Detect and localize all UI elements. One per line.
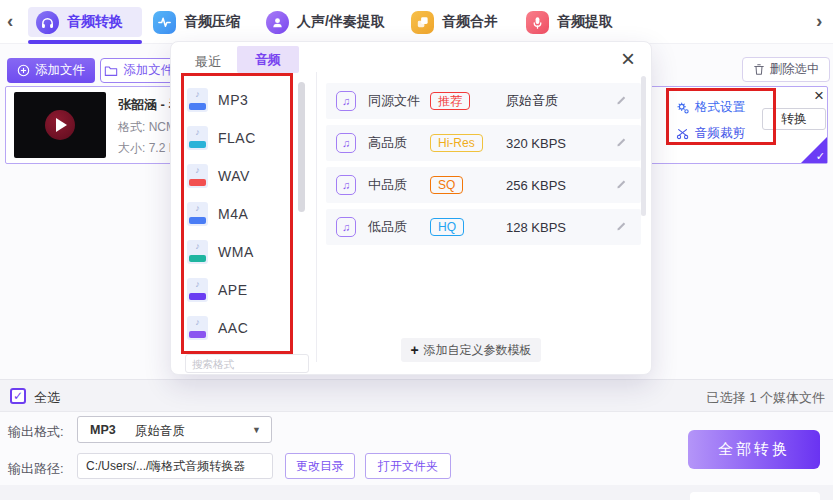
add-file-button[interactable]: 添加文件 <box>7 58 95 83</box>
tab-label: 音频压缩 <box>184 13 240 31</box>
trash-icon <box>753 63 765 76</box>
active-tab-underline <box>28 40 142 44</box>
back-chevron-icon[interactable]: ‹ <box>7 10 13 32</box>
merge-icon <box>411 11 434 34</box>
selection-bar: ✓ 全选 已选择 1 个媒体文件 <box>0 379 833 412</box>
top-tab-bar: ‹ 音频转换 音频压缩 人声/伴奏提取 音频合并 音频提取 › <box>0 0 833 44</box>
edit-pencil-icon[interactable] <box>615 135 628 148</box>
music-note-icon: ♫ <box>336 217 356 237</box>
output-format-codec: MP3 <box>90 423 116 437</box>
file-format-icon: ♪ <box>187 202 208 226</box>
format-item-aac[interactable]: ♪ AAC <box>187 310 287 346</box>
forward-chevron-icon[interactable]: › <box>816 10 822 32</box>
music-note-icon: ♫ <box>336 91 356 111</box>
plus-circle-icon <box>17 64 30 77</box>
format-label: AAC <box>218 320 248 336</box>
file-format-icon: ♪ <box>187 278 208 302</box>
tab-audio-merge[interactable]: 音频合并 <box>411 7 498 37</box>
output-format-quality: 原始音质 <box>135 423 185 440</box>
file-format-icon: ♪ <box>187 240 208 264</box>
play-button[interactable] <box>45 110 75 140</box>
waveform-icon <box>153 11 176 34</box>
convert-button[interactable]: 转换 <box>762 108 826 130</box>
delete-selected-button[interactable]: 删除选中 <box>742 57 830 82</box>
open-folder-button[interactable]: 打开文件夹 <box>365 453 451 479</box>
tab-audio-convert[interactable]: 音频转换 <box>28 7 142 37</box>
check-icon: ✓ <box>816 150 825 163</box>
convert-all-button[interactable]: 全部转换 <box>688 430 820 469</box>
modal-tab-recent[interactable]: 最近 <box>195 53 221 71</box>
format-search-input[interactable] <box>185 354 309 373</box>
format-label: MP3 <box>218 92 248 108</box>
gear-icon <box>676 101 690 115</box>
tab-audio-compress[interactable]: 音频压缩 <box>153 7 240 37</box>
tab-label: 音频合并 <box>442 13 498 31</box>
microphone-icon <box>526 11 549 34</box>
quality-value: 128 KBPS <box>506 220 566 235</box>
hires-badge: Hi-Res <box>430 134 483 152</box>
file-format-icon: ♪ <box>187 126 208 150</box>
media-thumbnail <box>14 92 106 158</box>
format-picker-modal: 最近 音频 × ♪ MP3 ♪ FLAC ♪ WAV ♪ M4A ♪ WMA ♪… <box>170 41 652 375</box>
file-format-icon: ♪ <box>187 164 208 188</box>
add-file-label: 添加文件 <box>35 62 85 79</box>
add-template-label: 添加自定义参数模板 <box>424 342 532 359</box>
output-path-label: 输出路径: <box>8 460 64 478</box>
sq-badge: SQ <box>430 176 463 194</box>
output-format-dropdown[interactable]: MP3 原始音质 ▼ <box>77 416 272 443</box>
format-item-mp3[interactable]: ♪ MP3 <box>187 82 287 118</box>
format-settings-label: 格式设置 <box>695 99 745 116</box>
footer-panel-edge <box>690 492 820 500</box>
remove-file-icon[interactable]: × <box>814 87 824 105</box>
recommend-badge: 推荐 <box>430 92 470 110</box>
tab-vocal-extract[interactable]: 人声/伴奏提取 <box>266 7 385 37</box>
tab-label: 人声/伴奏提取 <box>297 13 385 31</box>
quality-row-low[interactable]: ♫ 低品质 HQ 128 KBPS <box>326 209 641 245</box>
headphones-icon <box>36 11 59 34</box>
quality-name: 同源文件 <box>368 92 430 110</box>
edit-pencil-icon[interactable] <box>615 219 628 232</box>
modal-divider <box>316 72 317 362</box>
select-all-label: 全选 <box>34 389 60 407</box>
chevron-down-icon: ▼ <box>252 425 261 435</box>
folder-icon <box>104 65 118 77</box>
quality-row-source[interactable]: ♫ 同源文件 推荐 原始音质 <box>326 83 641 119</box>
change-directory-button[interactable]: 更改目录 <box>285 453 355 479</box>
format-item-m4a[interactable]: ♪ M4A <box>187 196 287 232</box>
footer-strip <box>0 485 833 500</box>
vocal-icon <box>266 11 289 34</box>
quality-row-medium[interactable]: ♫ 中品质 SQ 256 KBPS <box>326 167 641 203</box>
select-all-checkbox[interactable]: ✓ <box>10 388 26 404</box>
quality-row-high[interactable]: ♫ 高品质 Hi-Res 320 KBPS <box>326 125 641 161</box>
edit-pencil-icon[interactable] <box>615 177 628 190</box>
edit-pencil-icon[interactable] <box>615 93 628 106</box>
tab-audio-extract[interactable]: 音频提取 <box>526 7 613 37</box>
output-format-label: 输出格式: <box>8 423 64 441</box>
scissors-icon <box>676 127 690 140</box>
modal-scrollbar[interactable] <box>641 76 646 216</box>
format-item-wav[interactable]: ♪ WAV <box>187 158 287 194</box>
output-path-input[interactable] <box>77 453 273 479</box>
format-list-scrollbar[interactable] <box>298 82 305 212</box>
modal-close-icon[interactable]: × <box>621 45 635 73</box>
format-item-ape[interactable]: ♪ APE <box>187 272 287 308</box>
quality-name: 中品质 <box>368 176 430 194</box>
format-item-flac[interactable]: ♪ FLAC <box>187 120 287 156</box>
quality-name: 高品质 <box>368 134 430 152</box>
audio-trim-link[interactable]: 音频裁剪 <box>676 125 745 142</box>
format-item-wma[interactable]: ♪ WMA <box>187 234 287 270</box>
format-settings-link[interactable]: 格式设置 <box>676 99 745 116</box>
file-format-icon: ♪ <box>187 88 208 112</box>
media-format: 格式: NCM <box>118 119 176 136</box>
modal-tab-audio[interactable]: 音频 <box>237 46 299 73</box>
audio-trim-label: 音频裁剪 <box>695 125 745 142</box>
quality-name: 低品质 <box>368 218 430 236</box>
file-format-icon: ♪ <box>187 316 208 340</box>
format-label: M4A <box>218 206 248 222</box>
music-note-icon: ♫ <box>336 133 356 153</box>
plus-icon: + <box>410 342 418 358</box>
hq-badge: HQ <box>430 218 464 236</box>
format-label: FLAC <box>218 130 256 146</box>
music-note-icon: ♫ <box>336 175 356 195</box>
add-custom-template-button[interactable]: + 添加自定义参数模板 <box>401 338 541 362</box>
